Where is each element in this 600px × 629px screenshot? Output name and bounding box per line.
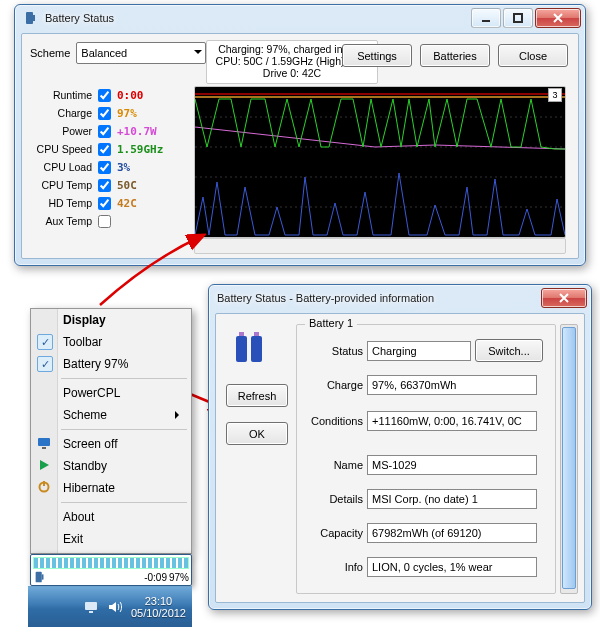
- tray-charge: 97%: [169, 572, 189, 583]
- svg-rect-15: [89, 611, 93, 613]
- tray-runtime: -0:09: [144, 572, 167, 583]
- play-icon: [37, 458, 51, 472]
- main-titlebar[interactable]: Battery Status: [15, 5, 585, 31]
- cpuload-checkbox[interactable]: [98, 161, 111, 174]
- svg-rect-9: [42, 447, 46, 449]
- scheme-value: Balanced: [81, 47, 127, 59]
- name-field: MS-1029: [367, 455, 537, 475]
- menu-hibernate[interactable]: Hibernate: [31, 477, 191, 499]
- details-field: MSI Corp. (no date) 1: [367, 489, 537, 509]
- power-label: Power: [28, 125, 92, 137]
- runtime-label: Runtime: [28, 89, 92, 101]
- name-label: Name: [305, 459, 363, 471]
- svg-rect-8: [38, 438, 50, 446]
- svg-rect-3: [514, 14, 522, 22]
- battery1-group-label: Battery 1: [305, 317, 357, 329]
- minimize-button[interactable]: [471, 8, 501, 28]
- cpuload-value: 3%: [117, 161, 177, 174]
- volume-icon[interactable]: [107, 599, 123, 615]
- close-app-button[interactable]: Close: [498, 44, 568, 67]
- cputemp-checkbox[interactable]: [98, 179, 111, 192]
- history-chart[interactable]: [194, 86, 566, 238]
- charge-value: 97%: [117, 107, 177, 120]
- tray-context-menu: Display ✓Toolbar ✓Battery 97% PowerCPL S…: [30, 308, 192, 554]
- menu-about[interactable]: About: [31, 506, 191, 528]
- svg-rect-17: [239, 332, 244, 336]
- power-checkbox[interactable]: [98, 125, 111, 138]
- hdtemp-checkbox[interactable]: [98, 197, 111, 210]
- info-label: Info: [305, 561, 363, 573]
- settings-button[interactable]: Settings: [342, 44, 412, 67]
- menu-exit[interactable]: Exit: [31, 528, 191, 550]
- ok-button[interactable]: OK: [226, 422, 288, 445]
- svg-rect-13: [42, 574, 44, 579]
- arrow-up-icon: [90, 230, 210, 310]
- menu-screen-off[interactable]: Screen off: [31, 433, 191, 455]
- readouts-column: Runtime0:00 Charge97% Power+10.7W CPU Sp…: [28, 86, 188, 230]
- info-vertical-scrollbar[interactable]: [560, 324, 578, 594]
- battery1-group: Battery 1 Status Charging Switch... Char…: [296, 324, 556, 594]
- charge-label: Charge: [28, 107, 92, 119]
- charge-checkbox[interactable]: [98, 107, 111, 120]
- taskbar[interactable]: 23:10 05/10/2012: [28, 586, 192, 627]
- menu-toolbar[interactable]: ✓Toolbar: [31, 331, 191, 353]
- svg-rect-0: [26, 12, 33, 24]
- tray-panel-app-icon: [33, 570, 47, 584]
- svg-rect-2: [482, 20, 490, 22]
- conditions-label: Conditions: [305, 415, 363, 427]
- network-icon[interactable]: [83, 599, 99, 615]
- batteries-button[interactable]: Batteries: [420, 44, 490, 67]
- auxtemp-label: Aux Temp: [28, 215, 92, 227]
- taskbar-clock[interactable]: 23:10 05/10/2012: [131, 595, 186, 619]
- main-client: Scheme Balanced Charging: 97%, charged i…: [21, 33, 579, 259]
- power-icon: [37, 480, 51, 494]
- close-button[interactable]: [535, 8, 581, 28]
- menu-battery[interactable]: ✓Battery 97%: [31, 353, 191, 375]
- menu-powercpl[interactable]: PowerCPL: [31, 382, 191, 404]
- tray-battery-panel[interactable]: -0:09 97%: [30, 554, 192, 586]
- status-line3: Drive 0: 42C: [207, 67, 377, 79]
- menu-scheme[interactable]: Scheme: [31, 404, 191, 426]
- svg-rect-12: [36, 572, 42, 583]
- runtime-checkbox[interactable]: [98, 89, 111, 102]
- info-close-button[interactable]: [541, 288, 587, 308]
- svg-rect-19: [254, 332, 259, 336]
- power-value: +10.7W: [117, 125, 177, 138]
- battery-bargraph: [33, 557, 189, 569]
- chart-page-indicator: 3: [548, 88, 562, 102]
- info-title: Battery Status - Battery-provided inform…: [217, 292, 541, 304]
- details-label: Details: [305, 493, 363, 505]
- cpuspeed-value: 1.59GHz: [117, 143, 177, 156]
- auxtemp-checkbox[interactable]: [98, 215, 111, 228]
- charge-field: 97%, 66370mWh: [367, 375, 537, 395]
- switch-button[interactable]: Switch...: [475, 339, 543, 362]
- info-field: LION, 0 cycles, 1% wear: [367, 557, 537, 577]
- cpuspeed-label: CPU Speed: [28, 143, 92, 155]
- menu-standby[interactable]: Standby: [31, 455, 191, 477]
- refresh-button[interactable]: Refresh: [226, 384, 288, 407]
- cpuload-label: CPU Load: [28, 161, 92, 173]
- hdtemp-value: 42C: [117, 197, 177, 210]
- cputemp-value: 50C: [117, 179, 177, 192]
- menu-display[interactable]: Display: [31, 309, 191, 331]
- info-titlebar[interactable]: Battery Status - Battery-provided inform…: [209, 285, 591, 311]
- monitor-icon: [37, 436, 51, 450]
- svg-rect-18: [251, 336, 262, 362]
- maximize-button[interactable]: [503, 8, 533, 28]
- capacity-field: 67982mWh (of 69120): [367, 523, 537, 543]
- main-title: Battery Status: [45, 12, 471, 24]
- status-field: Charging: [367, 341, 471, 361]
- cputemp-label: CPU Temp: [28, 179, 92, 191]
- battery-pair-icon: [232, 330, 268, 366]
- scheme-dropdown[interactable]: Balanced: [76, 42, 206, 64]
- chart-scrollbar[interactable]: [194, 238, 566, 254]
- conditions-field: +11160mW, 0:00, 16.741V, 0C: [367, 411, 537, 431]
- cpuspeed-checkbox[interactable]: [98, 143, 111, 156]
- svg-rect-16: [236, 336, 247, 362]
- svg-rect-1: [33, 15, 35, 21]
- info-client: Refresh OK Battery 1 Status Charging Swi…: [215, 313, 585, 603]
- scheme-label: Scheme: [30, 47, 70, 59]
- main-window: Battery Status Scheme Balanced Charging:…: [14, 4, 586, 266]
- svg-rect-11: [43, 481, 45, 486]
- svg-rect-14: [85, 602, 97, 610]
